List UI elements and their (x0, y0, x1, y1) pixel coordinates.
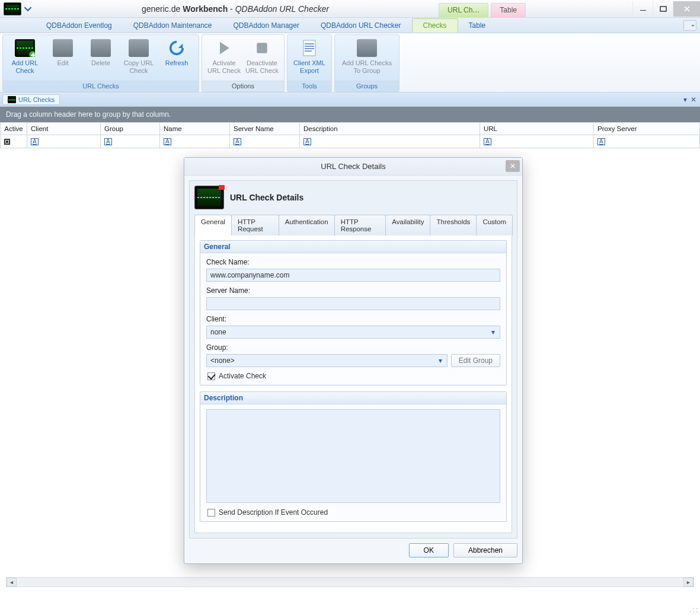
client-xml-export-button[interactable]: Client XML Export (291, 37, 328, 81)
server-name-label: Server Name: (206, 286, 500, 295)
stop-icon (252, 39, 272, 57)
ribbon-group-caption: Options (202, 81, 284, 91)
group-by-bar[interactable]: Drag a column header here to group by th… (0, 107, 700, 122)
deactivate-url-check-button[interactable]: Deactivate URL Check (244, 37, 280, 81)
column-header-url[interactable]: URL (480, 122, 594, 135)
ribbon-options-button[interactable] (683, 20, 696, 31)
dialog-title: URL Check Details ✕ (184, 158, 522, 176)
window-controls (632, 1, 700, 17)
section-general: General Check Name: Server Name: Client:… (200, 240, 507, 385)
menu-tab-urlchecker[interactable]: QDBAddon URL Checker (310, 18, 412, 33)
cancel-button[interactable]: Abbrechen (453, 543, 517, 557)
client-select[interactable]: none ▾ (206, 326, 500, 339)
ribbon-group-caption: Tools (287, 81, 331, 91)
document-tabbar: URL Checks ▾ ✕ (0, 93, 700, 107)
column-header-description[interactable]: Description (300, 122, 480, 135)
menu-tab-manager[interactable]: QDBAddon Manager (223, 18, 310, 33)
refresh-button[interactable]: Refresh (158, 37, 195, 81)
dialog-close-button[interactable]: ✕ (506, 160, 520, 172)
chevron-down-icon: ▾ (489, 328, 497, 336)
ribbon: Add URL Check Edit Delete Copy URL Check… (0, 33, 700, 93)
minimize-button[interactable] (632, 1, 653, 17)
delete-button[interactable]: Delete (82, 37, 119, 81)
filter-client[interactable]: A (27, 135, 101, 148)
group-label: Group: (206, 343, 500, 352)
column-header-proxy[interactable]: Proxy Server (594, 122, 700, 135)
check-name-input[interactable] (206, 269, 500, 282)
menu-tab-maintenance[interactable]: QDBAddon Maintenance (123, 18, 223, 33)
menu-tab-eventlog[interactable]: QDBAddon Eventlog (36, 18, 123, 33)
activate-url-check-button[interactable]: Activate URL Check (206, 37, 242, 81)
url-check-details-dialog: URL Check Details ✕ URL Check Details Ge… (184, 157, 523, 564)
maximize-button[interactable] (653, 1, 673, 17)
monitor-icon (194, 186, 224, 209)
send-description-checkbox[interactable]: Send Description If Event Occured (207, 508, 500, 517)
edit-button[interactable]: Edit (44, 37, 81, 81)
check-name-label: Check Name: (206, 258, 500, 266)
svg-rect-1 (257, 43, 267, 53)
app-icon (4, 2, 21, 15)
group-select[interactable]: <none> ▾ (206, 354, 448, 367)
add-url-check-button[interactable]: Add URL Check (7, 37, 43, 81)
scroll-left-icon[interactable]: ◄ (7, 578, 17, 587)
monitor-icon (8, 96, 16, 103)
tab-http-request[interactable]: HTTP Request (231, 215, 279, 235)
column-header-name[interactable]: Name (160, 122, 230, 135)
server-name-input[interactable] (206, 297, 500, 310)
table-filter-row: A A A A A A A (0, 135, 700, 148)
add-url-checks-to-group-button[interactable]: Add URL Checks To Group (338, 37, 395, 81)
scroll-right-icon[interactable]: ► (683, 578, 693, 587)
tab-close-icon[interactable]: ✕ (691, 95, 696, 104)
tab-http-response[interactable]: HTTP Response (334, 215, 386, 235)
document-icon (299, 39, 319, 57)
resize-grip-icon[interactable]: .:: (689, 606, 699, 614)
context-tab-url[interactable]: URL Ch… (439, 3, 488, 18)
tab-dropdown-icon[interactable]: ▾ (683, 95, 687, 104)
column-header-server[interactable]: Server Name (230, 122, 300, 135)
copy-url-check-button[interactable]: Copy URL Check (120, 37, 157, 81)
menu-tab-checks[interactable]: Checks (412, 18, 458, 33)
dialog-heading: URL Check Details (230, 193, 303, 202)
filter-description[interactable]: A (300, 135, 480, 148)
svg-rect-0 (660, 7, 666, 11)
filter-active[interactable] (0, 135, 27, 148)
tab-availability[interactable]: Availability (385, 215, 430, 235)
filter-group[interactable]: A (101, 135, 160, 148)
checkbox-icon (207, 509, 215, 517)
filter-proxy[interactable]: A (594, 135, 700, 148)
tab-thresholds[interactable]: Thresholds (430, 215, 477, 235)
document-tab-url-checks[interactable]: URL Checks (2, 94, 60, 105)
tab-custom[interactable]: Custom (476, 215, 513, 235)
close-button[interactable] (673, 1, 700, 17)
ribbon-group-groups: Add URL Checks To Group Groups (334, 34, 399, 92)
monitor-icon (53, 39, 73, 57)
table-header: Active Client Group Name Server Name Des… (0, 122, 700, 135)
column-header-client[interactable]: Client (27, 122, 101, 135)
horizontal-scrollbar[interactable]: ◄ ► (6, 577, 694, 587)
tab-general[interactable]: General (194, 215, 232, 235)
filter-server[interactable]: A (230, 135, 300, 148)
column-header-active[interactable]: Active (0, 122, 27, 135)
ribbon-group-caption: Groups (335, 81, 399, 91)
tab-authentication[interactable]: Authentication (279, 215, 335, 235)
ok-button[interactable]: OK (409, 543, 449, 557)
qat-dropdown-icon[interactable] (24, 1, 32, 17)
window-title: generic.de Workbench - QDBAddon URL Chec… (32, 4, 439, 14)
edit-group-button[interactable]: Edit Group (451, 354, 500, 367)
filter-url[interactable]: A (480, 135, 594, 148)
menu-tab-table[interactable]: Table (458, 18, 497, 33)
dialog-tabs: General HTTP Request Authentication HTTP… (194, 214, 512, 235)
refresh-icon (167, 39, 187, 57)
titlebar: generic.de Workbench - QDBAddon URL Chec… (0, 0, 700, 18)
activate-check-checkbox[interactable]: Activate Check (207, 372, 500, 380)
context-tabs: URL Ch… Table (439, 1, 526, 16)
ribbon-group-caption: URL Checks (3, 81, 199, 91)
ribbon-group-url-checks: Add URL Check Edit Delete Copy URL Check… (2, 34, 199, 92)
checkbox-icon (207, 372, 215, 380)
ribbon-group-tools: Client XML Export Tools (287, 34, 332, 92)
description-textarea[interactable] (206, 409, 500, 503)
context-tab-table[interactable]: Table (491, 3, 526, 18)
filter-name[interactable]: A (160, 135, 230, 148)
column-header-group[interactable]: Group (101, 122, 160, 135)
menubar: QDBAddon Eventlog QDBAddon Maintenance Q… (0, 18, 700, 33)
